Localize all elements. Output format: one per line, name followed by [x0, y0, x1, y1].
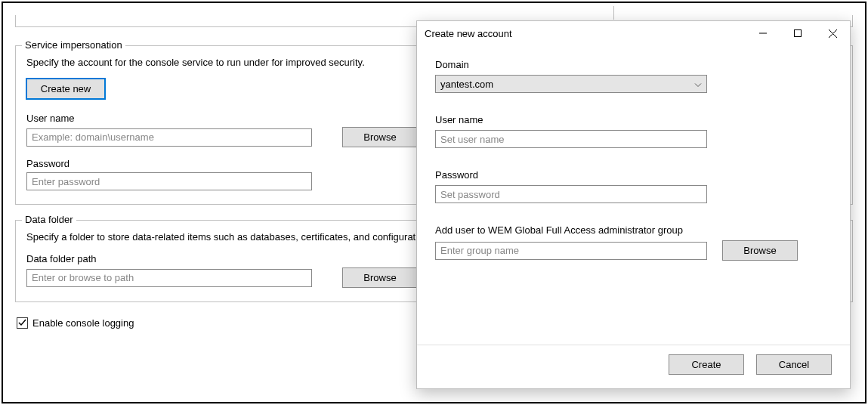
dialog-username-label: User name	[435, 114, 832, 125]
group-input[interactable]	[435, 242, 707, 260]
dialog-password-input[interactable]	[435, 185, 707, 203]
close-button[interactable]	[815, 21, 850, 45]
domain-label: Domain	[435, 59, 832, 70]
minimize-icon	[759, 29, 767, 37]
data-folder-legend: Data folder	[22, 214, 76, 225]
username-input[interactable]	[26, 128, 312, 147]
group-label: Add user to WEM Global Full Access admin…	[435, 224, 707, 236]
dialog-titlebar: Create new account	[417, 21, 850, 45]
group-browse-button[interactable]: Browse	[722, 240, 798, 261]
data-folder-path-input[interactable]	[26, 269, 312, 287]
enable-logging-checkbox[interactable]	[17, 317, 28, 329]
maximize-icon	[794, 29, 802, 37]
chevron-down-icon	[694, 79, 702, 90]
domain-select[interactable]: yantest.com	[435, 75, 707, 93]
dialog-username-input[interactable]	[435, 130, 707, 148]
dialog-title: Create new account	[425, 28, 746, 39]
domain-value: yantest.com	[440, 79, 493, 90]
create-button[interactable]: Create	[669, 354, 744, 375]
create-new-account-dialog: Create new account Domain yantest.com	[416, 20, 851, 389]
svg-rect-1	[795, 30, 802, 37]
check-icon	[18, 319, 26, 327]
dialog-footer: Create Cancel	[417, 345, 850, 388]
password-input[interactable]	[26, 172, 312, 190]
svg-line-3	[829, 29, 837, 38]
maximize-button[interactable]	[780, 21, 815, 45]
create-new-button[interactable]: Create new	[26, 79, 105, 99]
close-icon	[829, 29, 837, 38]
enable-logging-label: Enable console logging	[32, 317, 134, 329]
dialog-password-label: Password	[435, 169, 832, 181]
cancel-button[interactable]: Cancel	[756, 354, 832, 375]
service-impersonation-legend: Service impersonation	[22, 39, 125, 51]
minimize-button[interactable]	[746, 21, 780, 45]
svg-line-2	[829, 29, 837, 38]
username-browse-button[interactable]: Browse	[342, 127, 418, 147]
data-folder-browse-button[interactable]: Browse	[342, 267, 418, 288]
